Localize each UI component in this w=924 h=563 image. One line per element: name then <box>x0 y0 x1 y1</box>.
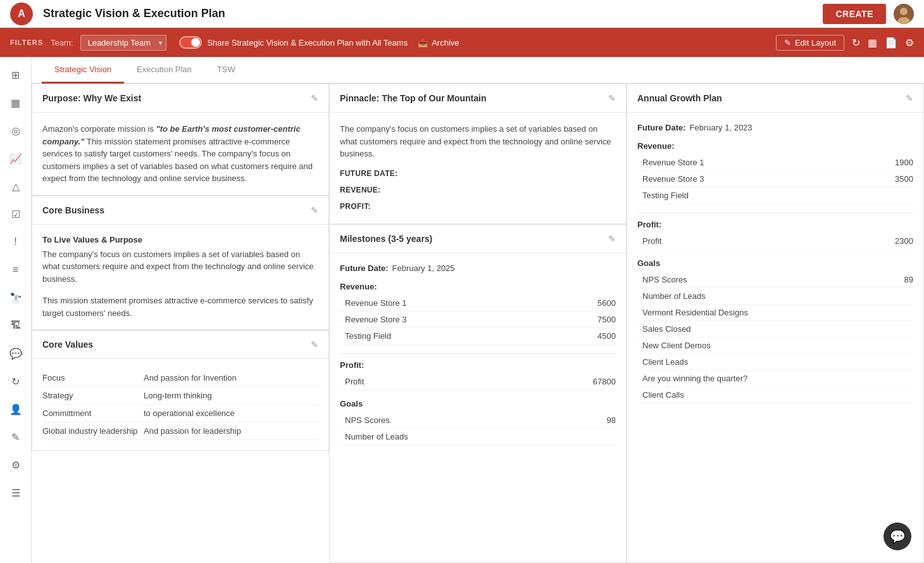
annual-goal-row-8: Client Calls <box>637 387 913 403</box>
tab-strategic-vision[interactable]: Strategic Vision <box>42 57 124 84</box>
pinnacle-panel: Pinnacle: The Top of Our Mountain ✎ The … <box>329 84 627 224</box>
purpose-body: Amazon's corporate mission is "to be Ear… <box>32 113 328 195</box>
annual-goal-row-4: Sales Closed <box>637 321 913 338</box>
edit-layout-label: Edit Layout <box>795 38 836 47</box>
milestones-goal-row-2: Number of Leads <box>340 429 616 445</box>
sidebar-item-home[interactable]: ⊞ <box>3 62 28 87</box>
chat-bubble-icon: 💬 <box>890 529 906 544</box>
team-select-wrapper[interactable]: Leadership Team ▾ <box>80 35 166 51</box>
milestones-profit-label: Profit: <box>340 360 616 370</box>
annual-profit-row-1: Profit 2300 <box>637 233 913 250</box>
core-value-val-4: And passion for leadership <box>144 426 241 436</box>
sidebar-item-settings[interactable]: ⚙ <box>3 452 28 478</box>
annual-goal-label-4: Sales Closed <box>637 324 691 334</box>
core-business-edit-icon[interactable]: ✎ <box>311 205 318 215</box>
sidebar-item-org[interactable]: 🏗 <box>3 313 28 338</box>
sidebar-item-target[interactable]: ◎ <box>3 118 28 143</box>
edit-layout-button[interactable]: ✎ Edit Layout <box>776 35 844 51</box>
milestones-future-date: Future Date: February 1, 2025 <box>340 263 616 273</box>
annual-growth-future-date: Future Date: February 1, 2023 <box>637 123 913 132</box>
purpose-panel-header: Purpose: Why We Exist ✎ <box>32 84 328 113</box>
annual-rev-label-3: Testing Field <box>637 191 689 200</box>
archive-button[interactable]: 📥 Archive <box>418 38 459 47</box>
archive-icon: 📥 <box>418 38 428 47</box>
sidebar-item-mountain[interactable]: △ <box>3 174 28 199</box>
annual-rev-row-2: Revenue Store 3 3500 <box>637 171 913 187</box>
milestones-profit-item-label: Profit <box>340 377 364 386</box>
pencil-icon: ✎ <box>784 38 791 47</box>
core-value-val-3: to operational excellence <box>144 408 235 418</box>
purpose-text: Amazon's corporate mission is "to be Ear… <box>42 123 318 185</box>
annual-rev-label-1: Revenue Store 1 <box>637 158 704 167</box>
core-values-header: Core Values ✎ <box>32 331 328 359</box>
app-logo[interactable]: A <box>10 3 33 25</box>
annual-goal-row-3: Vermont Residential Designs <box>637 305 913 321</box>
sidebar-item-chart[interactable]: 📈 <box>3 146 28 171</box>
milestones-future-date-key: Future Date: <box>340 263 389 273</box>
chat-bubble-button[interactable]: 💬 <box>883 522 911 550</box>
annual-growth-edit-icon[interactable]: ✎ <box>906 93 913 103</box>
page-title: Strategic Vision & Execution Plan <box>43 7 823 20</box>
purpose-edit-icon[interactable]: ✎ <box>311 93 318 103</box>
annual-rev-label-2: Revenue Store 3 <box>637 174 704 184</box>
pdf-icon[interactable]: 📄 <box>885 37 897 49</box>
tabs: Strategic Vision Execution Plan TSW <box>32 57 924 84</box>
pinnacle-edit-icon[interactable]: ✎ <box>608 93 616 103</box>
milestones-edit-icon[interactable]: ✎ <box>608 234 616 244</box>
create-button[interactable]: CREATE <box>823 4 886 24</box>
sidebar-item-binoculars[interactable]: 🔭 <box>3 285 28 310</box>
purpose-title: Purpose: Why We Exist <box>42 93 141 103</box>
core-value-row-3: Committment to operational excellence <box>42 405 318 422</box>
core-value-key-4: Global industry leadership <box>42 426 144 436</box>
pinnacle-profit-label: PROFIT: <box>340 202 616 211</box>
milestones-rev-label-3: Testing Field <box>340 331 391 341</box>
milestones-panel: Milestones (3-5 years) ✎ Future Date: Fe… <box>329 224 627 564</box>
sidebar-item-check[interactable]: ☑ <box>3 201 28 227</box>
core-business-header: Core Business ✎ <box>32 196 328 225</box>
milestones-rev-val-1: 5600 <box>597 298 616 308</box>
refresh-icon[interactable]: ↻ <box>852 37 860 49</box>
annual-profit-item-label: Profit <box>637 236 661 246</box>
grid-content: Purpose: Why We Exist ✎ Amazon's corpora… <box>32 84 924 563</box>
tab-tsw[interactable]: TSW <box>204 57 248 84</box>
sidebar-item-menu[interactable]: ☰ <box>3 480 28 505</box>
settings-icon[interactable]: ⚙ <box>905 37 914 49</box>
annual-goal-val-1: 89 <box>904 275 913 284</box>
core-value-row-1: Focus And passion for Invention <box>42 369 318 387</box>
core-business-text1: The company's focus on customers implies… <box>42 248 318 286</box>
annual-growth-profit-section: Profit: Profit 2300 <box>637 213 913 250</box>
user-avatar[interactable] <box>894 4 914 24</box>
milestones-rev-row-2: Revenue Store 3 7500 <box>340 312 616 328</box>
tab-execution-plan[interactable]: Execution Plan <box>124 57 204 84</box>
share-toggle[interactable] <box>179 36 202 49</box>
sidebar-item-list[interactable]: ≡ <box>3 257 28 282</box>
sidebar-item-edit[interactable]: ✎ <box>3 424 28 450</box>
chart-view-icon[interactable]: ▦ <box>868 37 877 49</box>
annual-growth-header: Annual Growth Plan ✎ <box>627 84 923 113</box>
core-value-key-3: Committment <box>42 408 144 418</box>
top-bar: A Strategic Vision & Execution Plan CREA… <box>0 0 924 28</box>
core-value-row-2: Strategy Long-term thinking <box>42 387 318 405</box>
core-values-edit-icon[interactable]: ✎ <box>311 339 318 350</box>
sidebar: ⊞ ▦ ◎ 📈 △ ☑ ! ≡ 🔭 🏗 💬 ↻ 👤 ✎ ⚙ ☰ <box>0 57 32 563</box>
archive-label: Archive <box>432 38 459 47</box>
milestones-goal-val-1: 98 <box>607 415 616 425</box>
annual-goal-row-5: New Client Demos <box>637 338 913 354</box>
sidebar-item-alert[interactable]: ! <box>3 229 28 255</box>
annual-goal-row-2: Number of Leads <box>637 288 913 305</box>
toggle-knob <box>191 38 200 47</box>
annual-growth-goals-section: Goals NPS Scores 89 Number of Leads Verm… <box>637 258 913 403</box>
sidebar-item-chat[interactable]: 💬 <box>3 341 28 366</box>
core-values-title: Core Values <box>42 339 93 350</box>
team-select[interactable]: Leadership Team <box>80 35 166 51</box>
svg-point-1 <box>900 8 908 15</box>
sidebar-item-refresh[interactable]: ↻ <box>3 369 28 394</box>
sidebar-item-person[interactable]: 👤 <box>3 396 28 422</box>
annual-goal-label-3: Vermont Residential Designs <box>637 308 748 317</box>
sidebar-item-grid[interactable]: ▦ <box>3 90 28 115</box>
core-business-panel: Core Business ✎ To Live Values & Purpose… <box>32 196 329 331</box>
annual-goal-label-8: Client Calls <box>637 390 684 400</box>
milestones-rev-val-3: 4500 <box>597 331 616 341</box>
core-business-body: To Live Values & Purpose The company's f… <box>32 225 328 330</box>
annual-growth-panel: Annual Growth Plan ✎ Future Date: Februa… <box>627 84 924 563</box>
